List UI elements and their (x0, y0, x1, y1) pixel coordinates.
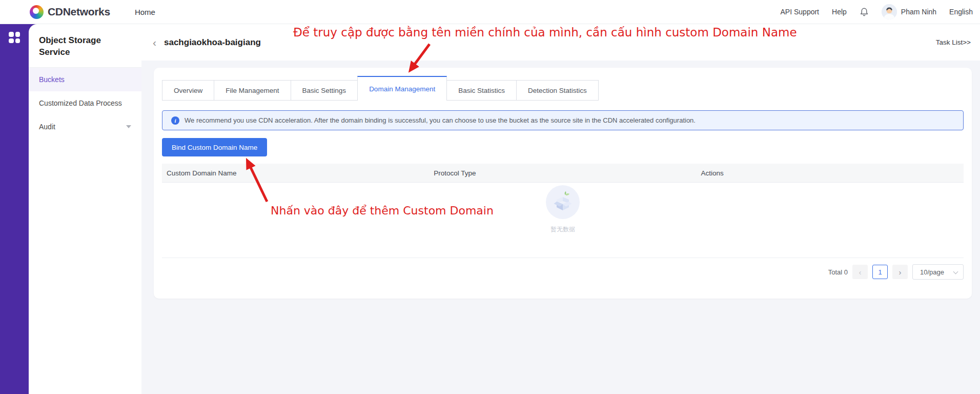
tab-detection-statistics[interactable]: Detection Statistics (516, 80, 599, 101)
user-name: Pham Ninh (901, 8, 936, 16)
sidebar-item-label: Buckets (39, 75, 65, 84)
sidebar-title: Object Storage Service (29, 24, 141, 68)
language-selector[interactable]: English (949, 8, 973, 16)
cdnetworks-logo-text: CDNetworks (48, 6, 110, 18)
user-menu[interactable]: Pham Ninh (882, 4, 936, 19)
cdnetworks-logo: CDNetworks (30, 5, 110, 19)
pagination-next-button[interactable]: › (892, 265, 908, 279)
chevron-down-icon (953, 269, 958, 274)
help-link[interactable]: Help (832, 8, 847, 16)
app-rail (0, 24, 29, 394)
table-header-row: Custom Domain Name Protocol Type Actions (162, 164, 964, 183)
chevron-down-icon (126, 125, 131, 128)
pagination: Total 0 ‹ 1 › 10/page (828, 264, 964, 280)
annotation-top-text: Để truy cập được bằng tên miền chính của… (293, 26, 797, 39)
avatar (882, 4, 897, 19)
cdn-recommendation-banner: i We recommend you use CDN acceleration.… (162, 110, 964, 130)
api-support-link[interactable]: API Support (781, 8, 820, 16)
top-header: CDNetworks Home API Support Help Pham Ni… (0, 0, 980, 24)
column-protocol-type: Protocol Type (429, 169, 696, 177)
cdnetworks-logo-icon (30, 5, 44, 19)
page-title: sachgiaokhoa-baigiang (164, 37, 261, 48)
content-card: Overview File Management Basic Settings … (154, 68, 972, 299)
info-icon: i (171, 116, 179, 125)
nav-home-link[interactable]: Home (135, 8, 155, 16)
column-actions: Actions (697, 169, 964, 177)
sidebar-item-audit[interactable]: Audit (29, 115, 141, 139)
pagination-total: Total 0 (828, 268, 848, 276)
app-grid-icon[interactable] (9, 32, 20, 43)
sidebar-item-label: Audit (39, 123, 55, 131)
sidebar-item-buckets[interactable]: Buckets (29, 68, 141, 91)
pagination-prev-button[interactable]: ‹ (852, 265, 868, 279)
page-size-value: 10/page (920, 268, 944, 276)
pagination-page-1[interactable]: 1 (872, 265, 888, 279)
page-size-select[interactable]: 10/page (912, 264, 964, 280)
sidebar-item-customized-data-process[interactable]: Customized Data Process (29, 91, 141, 115)
empty-state-text: 暂无数据 (154, 225, 972, 234)
footer-divider (162, 258, 964, 258)
bell-icon[interactable] (860, 7, 869, 17)
tab-basic-statistics[interactable]: Basic Statistics (446, 80, 517, 101)
column-custom-domain-name: Custom Domain Name (162, 169, 429, 177)
tab-overview[interactable]: Overview (162, 80, 214, 101)
bind-custom-domain-button[interactable]: Bind Custom Domain Name (162, 138, 267, 156)
annotation-bottom-text: Nhấn vào đây để thêm Custom Domain (271, 204, 494, 217)
empty-box-icon (546, 185, 580, 219)
tab-bar: Overview File Management Basic Settings … (162, 76, 599, 101)
task-list-link[interactable]: Task List>> (936, 38, 971, 46)
tab-basic-settings[interactable]: Basic Settings (291, 80, 358, 101)
banner-text: We recommend you use CDN acceleration. A… (185, 116, 696, 124)
tab-file-management[interactable]: File Management (214, 80, 291, 101)
tab-domain-management[interactable]: Domain Management (357, 76, 447, 101)
back-icon[interactable]: ‹ (153, 37, 156, 48)
sidebar: Object Storage Service Buckets Customize… (29, 24, 141, 394)
sidebar-item-label: Customized Data Process (39, 99, 122, 107)
